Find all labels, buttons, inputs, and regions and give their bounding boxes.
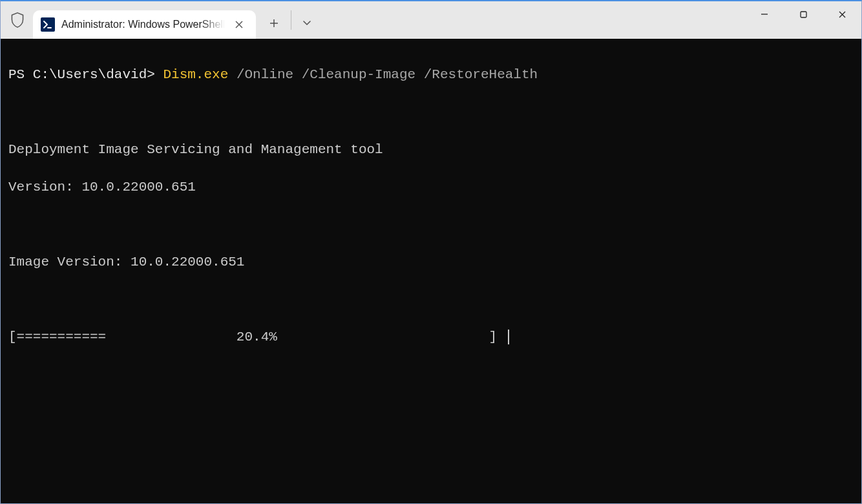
titlebar: Administrator: Windows PowerShell xyxy=(1,1,861,39)
tab-active[interactable]: Administrator: Windows PowerShell xyxy=(33,10,256,39)
tab-dropdown-button[interactable] xyxy=(295,10,319,36)
cursor xyxy=(508,330,509,344)
maximize-icon xyxy=(799,10,808,19)
progress-line: [=========== 20.4% ] xyxy=(8,328,855,346)
close-icon xyxy=(235,21,243,28)
shield-icon xyxy=(7,10,28,30)
svg-rect-6 xyxy=(801,12,806,17)
tab-divider xyxy=(291,10,291,30)
tab-close-button[interactable] xyxy=(230,16,248,34)
prompt-text: PS C:\Users\david> xyxy=(8,67,163,82)
minimize-button[interactable] xyxy=(745,1,784,27)
powershell-icon xyxy=(41,17,55,32)
tab-title: Administrator: Windows PowerShell xyxy=(61,19,225,30)
maximize-button[interactable] xyxy=(784,1,823,27)
new-tab-button[interactable] xyxy=(261,10,287,36)
close-window-button[interactable] xyxy=(823,1,861,27)
output-version: Version: 10.0.22000.651 xyxy=(8,178,855,196)
minimize-icon xyxy=(760,10,769,19)
plus-icon xyxy=(269,19,279,28)
progress-bar-text: [=========== 20.4% ] xyxy=(8,330,505,344)
window-controls xyxy=(745,1,861,39)
command-exe: Dism.exe xyxy=(163,67,228,82)
titlebar-left: Administrator: Windows PowerShell xyxy=(1,1,319,39)
terminal-pane[interactable]: PS C:\Users\david> Dism.exe /Online /Cle… xyxy=(1,39,861,503)
command-args: /Online /Cleanup-Image /RestoreHealth xyxy=(228,67,538,82)
output-tool-name: Deployment Image Servicing and Managemen… xyxy=(8,140,855,159)
app-window: Administrator: Windows PowerShell xyxy=(0,0,862,504)
titlebar-drag-area[interactable] xyxy=(319,1,745,39)
close-icon xyxy=(838,10,846,19)
chevron-down-icon xyxy=(302,20,311,26)
output-image-version: Image Version: 10.0.22000.651 xyxy=(8,253,855,271)
terminal-command-line: PS C:\Users\david> Dism.exe /Online /Cle… xyxy=(8,65,855,84)
